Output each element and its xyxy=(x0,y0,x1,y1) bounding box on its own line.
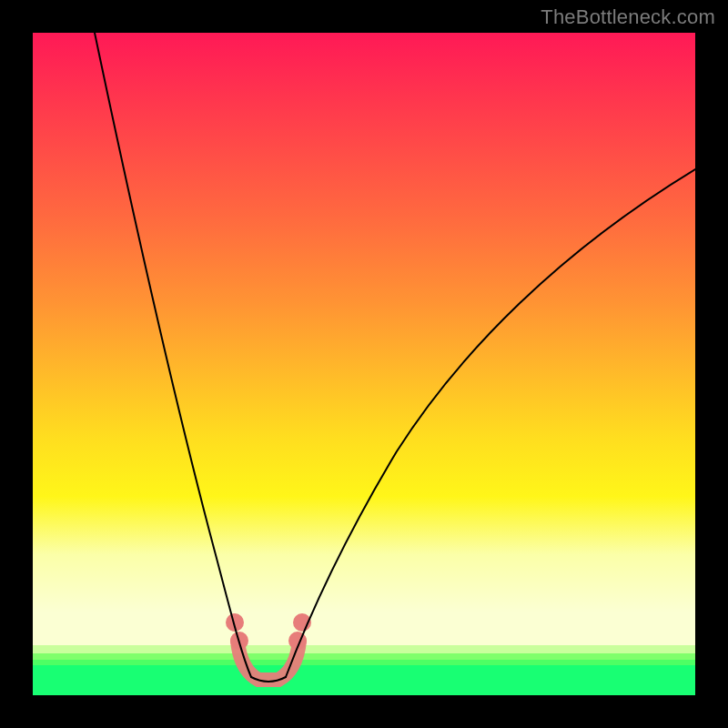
left-branch-curve xyxy=(95,33,251,677)
curve-layer xyxy=(33,33,695,695)
chart-frame: TheBottleneck.com xyxy=(0,0,728,728)
right-branch-curve xyxy=(286,169,695,677)
watermark-text: TheBottleneck.com xyxy=(541,5,715,29)
plot-area xyxy=(33,33,695,695)
basin-highlight xyxy=(238,641,299,680)
